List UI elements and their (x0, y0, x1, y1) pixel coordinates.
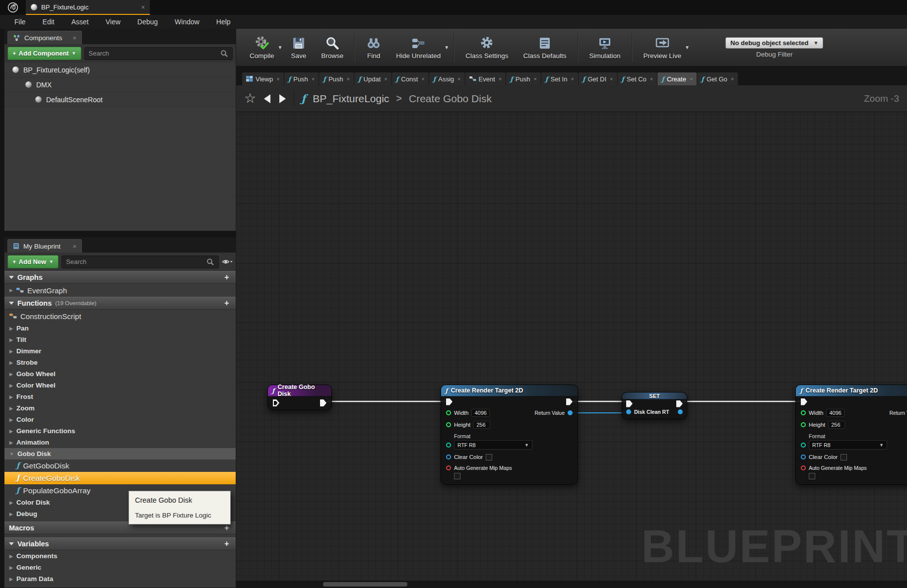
node-set-disk-clean-rt[interactable]: SET Disk Clean RT (622, 392, 687, 419)
close-icon[interactable]: × (650, 76, 653, 82)
node-header[interactable]: ƒ Create Render Target 2D (796, 385, 907, 396)
node-header[interactable]: ƒ Create Gobo Disk (268, 385, 331, 396)
category-tilt[interactable]: ▶Tilt (4, 334, 236, 345)
width-value-input[interactable]: 4096 (826, 409, 844, 417)
close-icon[interactable]: × (141, 3, 145, 11)
graphs-section-header[interactable]: Graphs + (4, 271, 236, 284)
category-pan[interactable]: ▶Pan (4, 323, 236, 334)
close-icon[interactable]: × (347, 76, 350, 82)
chevron-down-icon[interactable]: ▼ (685, 45, 690, 50)
chevron-right-icon[interactable]: ▶ (9, 360, 13, 365)
output-pin[interactable] (678, 409, 683, 414)
close-icon[interactable]: × (72, 34, 76, 42)
browse-button[interactable]: Browse (314, 34, 351, 62)
add-component-button[interactable]: + Add Component ▼ (7, 47, 81, 60)
chevron-right-icon[interactable]: ▶ (9, 288, 13, 293)
clear-color-checkbox[interactable] (841, 454, 847, 460)
chevron-right-icon[interactable]: ▶ (9, 417, 13, 422)
exec-out-pin[interactable] (320, 399, 326, 406)
close-icon[interactable]: × (312, 76, 315, 82)
add-new-button[interactable]: + Add New ▼ (7, 255, 59, 268)
exec-in-pin[interactable] (446, 398, 453, 405)
tab-push-2[interactable]: ƒPush× (319, 72, 354, 85)
node-header[interactable]: SET (622, 392, 687, 399)
chevron-right-icon[interactable]: ▶ (9, 349, 13, 354)
my-blueprint-search-input[interactable]: Search (62, 256, 219, 268)
preview-live-button[interactable]: Preview Live (636, 34, 689, 62)
category-color[interactable]: ▶Color (4, 414, 236, 425)
menu-help[interactable]: Help (209, 18, 238, 26)
close-icon[interactable]: × (731, 76, 734, 82)
chevron-down-icon[interactable]: ▼ (278, 45, 283, 50)
close-icon[interactable]: × (499, 76, 502, 82)
clear-color-pin[interactable] (446, 455, 451, 459)
chevron-right-icon[interactable]: ▶ (9, 337, 13, 342)
mipmaps-pin[interactable] (446, 465, 451, 470)
chevron-right-icon[interactable]: ▶ (9, 512, 13, 517)
tree-row-dmx[interactable]: DMX (4, 77, 236, 92)
add-macro-button[interactable]: + (222, 523, 231, 532)
list-item-eventgraph[interactable]: ▶ EventGraph (4, 284, 236, 297)
clear-color-checkbox[interactable] (486, 454, 492, 460)
add-function-button[interactable]: + (222, 299, 231, 308)
width-value-input[interactable]: 4096 (471, 409, 489, 417)
save-button[interactable]: Save (283, 34, 314, 62)
node-create-render-target-2d-2[interactable]: ƒ Create Render Target 2D Width 4096 Ret… (795, 385, 907, 485)
tree-row-defaultsceneroot[interactable]: DefaultSceneRoot (4, 92, 236, 107)
debug-object-dropdown[interactable]: No debug object selected ▼ (725, 37, 823, 49)
close-icon[interactable]: × (384, 76, 387, 82)
tree-row-self[interactable]: BP_FixtureLogic(self) (4, 63, 236, 77)
height-pin[interactable] (446, 422, 451, 427)
tab-construct[interactable]: ƒConst× (392, 72, 429, 85)
class-settings-button[interactable]: Class Settings (458, 34, 516, 62)
category-strobe[interactable]: ▶Strobe (4, 357, 236, 368)
compile-button[interactable]: Compile (242, 34, 282, 62)
bookmark-star-icon[interactable]: ☆ (244, 92, 256, 105)
breadcrumb-root[interactable]: BP_FixtureLogic (313, 93, 389, 105)
chevron-right-icon[interactable]: ▶ (9, 383, 13, 388)
chevron-right-icon[interactable]: ▶ (9, 440, 13, 445)
category-components[interactable]: ▶Components (4, 550, 236, 562)
close-icon[interactable]: × (533, 76, 536, 82)
exec-out-pin[interactable] (566, 398, 573, 405)
function-getgobodisk[interactable]: ƒ GetGoboDisk (4, 459, 236, 472)
menu-edit[interactable]: Edit (35, 18, 62, 26)
close-icon[interactable]: × (72, 243, 76, 250)
width-pin[interactable] (801, 410, 806, 415)
category-generic[interactable]: ▶Generic (4, 562, 236, 573)
category-gobo-disk[interactable]: ▼ Gobo Disk (4, 448, 236, 459)
clear-color-pin[interactable] (801, 455, 806, 459)
close-icon[interactable]: × (610, 76, 613, 82)
height-value-input[interactable]: 256 (828, 421, 845, 429)
format-pin[interactable] (801, 443, 806, 448)
components-search-input[interactable]: Search (84, 47, 233, 60)
tab-set-co[interactable]: ƒSet Co× (618, 72, 657, 85)
chevron-right-icon[interactable]: ▶ (9, 554, 13, 559)
chevron-right-icon[interactable]: ▶ (9, 394, 13, 399)
find-button[interactable]: Find (359, 34, 389, 62)
class-defaults-button[interactable]: Class Defaults (516, 34, 574, 62)
tab-get-di[interactable]: ƒGet DI× (579, 72, 617, 85)
mipmaps-checkbox[interactable] (454, 473, 460, 479)
back-arrow-button[interactable] (263, 94, 271, 104)
graph-canvas[interactable]: ƒ Create Gobo Disk ƒ Create Render Targe… (236, 112, 907, 581)
menu-file[interactable]: File (7, 18, 33, 26)
disk-clean-rt-pin[interactable] (626, 409, 631, 414)
forward-arrow-button[interactable] (278, 94, 287, 104)
tab-update[interactable]: ƒUpdat× (354, 72, 391, 85)
list-item-constructionscript[interactable]: ConstructionScript (4, 310, 236, 323)
asset-tab[interactable]: BP_FixtureLogic × (26, 0, 150, 15)
chevron-right-icon[interactable]: ▶ (9, 429, 13, 434)
tab-viewport[interactable]: Viewp × (242, 72, 284, 85)
node-create-gobo-disk-entry[interactable]: ƒ Create Gobo Disk (267, 385, 332, 410)
menu-window[interactable]: Window (167, 18, 207, 26)
category-frost[interactable]: ▶Frost (4, 391, 236, 402)
chevron-right-icon[interactable]: ▶ (9, 406, 13, 411)
scrollbar-thumb[interactable] (323, 582, 407, 587)
exec-in-pin[interactable] (273, 399, 279, 406)
tab-event[interactable]: Event × (465, 72, 506, 85)
menu-asset[interactable]: Asset (64, 18, 96, 26)
category-animation[interactable]: ▶Animation (4, 437, 236, 448)
graph-horizontal-scrollbar[interactable] (236, 581, 907, 588)
format-pin[interactable] (446, 443, 451, 448)
